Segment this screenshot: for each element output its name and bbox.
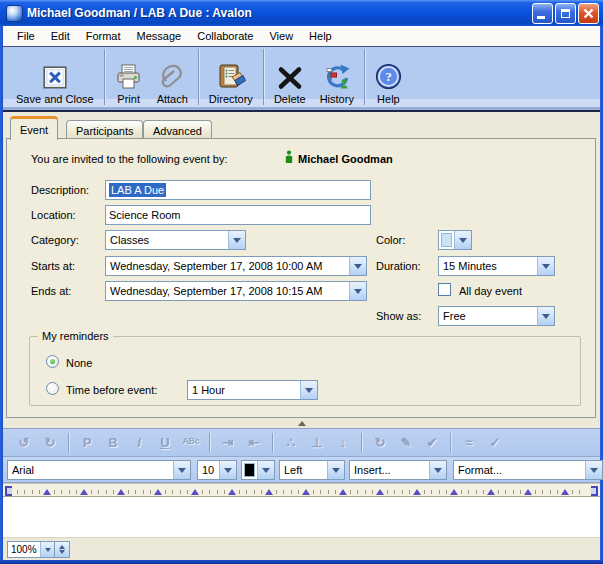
close-button[interactable]	[578, 3, 599, 24]
location-input[interactable]: Science Room	[105, 205, 371, 225]
ruler-tabstop-icon[interactable]	[302, 485, 310, 495]
print-button[interactable]: Print	[108, 49, 150, 105]
duration-dropdown[interactable]: 15 Minutes	[438, 256, 555, 276]
color-label: Color:	[376, 234, 405, 246]
move-down-icon[interactable]: ↓	[330, 435, 356, 450]
category-dropdown[interactable]: Classes	[105, 230, 246, 250]
font-size-dropdown[interactable]: 10	[197, 460, 237, 480]
format-toolbar: ↺ ↻ P B I U ᴬᴮᶜ ⇥ ⇤ ∴ ⊥ ↓ ↻ ✎ ✔ ≈ ✓	[3, 428, 600, 457]
underline-icon[interactable]: U	[152, 435, 178, 450]
tab-event[interactable]: Event	[10, 116, 58, 140]
italic-icon[interactable]: I	[126, 435, 152, 450]
format-dropdown[interactable]: Format...	[453, 460, 603, 480]
chevron-down-icon	[349, 282, 366, 300]
font-color-dropdown[interactable]	[241, 460, 275, 480]
bold-icon[interactable]: B	[100, 435, 126, 450]
alignment-dropdown[interactable]: Left	[279, 460, 345, 480]
menu-view[interactable]: View	[261, 28, 301, 44]
reminder-time-dropdown[interactable]: 1 Hour	[187, 380, 318, 400]
small-caps-icon[interactable]: ᴬᴮᶜ	[178, 435, 204, 450]
window-border-bottom	[0, 560, 603, 564]
maximize-button[interactable]	[555, 3, 576, 24]
tab-advanced[interactable]: Advanced	[143, 120, 212, 140]
alignment-value: Left	[280, 461, 327, 479]
directory-button[interactable]: Directory	[202, 49, 260, 105]
show-as-dropdown[interactable]: Free	[438, 306, 555, 326]
ruler-tabstop-icon[interactable]	[80, 485, 88, 495]
spell-check-icon[interactable]: ✓	[482, 435, 508, 450]
event-form-panel: You are invited to the following event b…	[6, 138, 596, 418]
history-button[interactable]: History	[313, 49, 361, 105]
all-day-checkbox[interactable]	[438, 283, 451, 296]
left-margin-marker[interactable]	[5, 486, 12, 496]
ruler-tabstop-icon[interactable]	[228, 485, 236, 495]
starts-at-label: Starts at:	[31, 260, 75, 272]
menu-bar: File Edit Format Message Collaborate Vie…	[3, 26, 600, 46]
ruler-tabstop-icon[interactable]	[413, 485, 421, 495]
toolbar-separator	[68, 433, 69, 453]
ruler-tabstop-icon[interactable]	[43, 485, 51, 495]
ruler-tabstop-icon[interactable]	[265, 485, 273, 495]
delete-button[interactable]: Delete	[267, 49, 313, 105]
ruler-tabstop-icon[interactable]	[117, 485, 125, 495]
message-body[interactable]	[3, 497, 600, 537]
font-size-value: 10	[198, 461, 219, 479]
find-replace-icon[interactable]: ≈	[456, 435, 482, 450]
reminder-time-radio[interactable]	[46, 382, 59, 395]
ends-at-dropdown[interactable]: Wednesday, September 17, 2008 10:15 AM	[105, 281, 367, 301]
attach-button[interactable]: Attach	[150, 49, 195, 105]
indent-decrease-icon[interactable]: ⇤	[241, 435, 267, 450]
reminder-time-label: Time before event:	[66, 384, 157, 396]
save-and-close-button[interactable]: Save and Close	[9, 49, 101, 105]
starts-at-dropdown[interactable]: Wednesday, September 17, 2008 10:00 AM	[105, 256, 367, 276]
indent-increase-icon[interactable]: ⇥	[215, 435, 241, 450]
ruler-tabstop-icon[interactable]	[561, 485, 569, 495]
spacing-icon[interactable]: ⊥	[304, 435, 330, 450]
pen-icon[interactable]: ✎	[393, 435, 419, 450]
ruler-tabstop-icon[interactable]	[191, 485, 199, 495]
inviter-name: Michael Goodman	[298, 153, 393, 165]
ruler-tabstop-icon[interactable]	[450, 485, 458, 495]
menu-collaborate[interactable]: Collaborate	[189, 28, 261, 44]
menu-edit[interactable]: Edit	[43, 28, 78, 44]
ruler-tabstop-icon[interactable]	[524, 485, 532, 495]
all-day-label: All day event	[459, 285, 522, 297]
redo-icon[interactable]: ↻	[37, 435, 63, 450]
show-as-label: Show as:	[376, 310, 421, 322]
ruler-tabstop-icon[interactable]	[376, 485, 384, 495]
history-icon	[322, 60, 352, 90]
location-label: Location:	[31, 209, 76, 221]
directory-icon	[216, 60, 246, 90]
chevron-down-icon	[257, 461, 274, 479]
insert-dropdown[interactable]: Insert...	[349, 460, 447, 480]
chevron-down-icon	[228, 231, 245, 249]
menu-help[interactable]: Help	[301, 28, 340, 44]
undo-icon[interactable]: ↺	[11, 435, 37, 450]
ruler-tabstop-icon[interactable]	[487, 485, 495, 495]
tab-participants[interactable]: Participants	[66, 120, 143, 140]
right-margin-marker[interactable]	[591, 486, 598, 496]
list-style-icon[interactable]: ∴	[278, 435, 304, 450]
approve-icon[interactable]: ✔	[419, 435, 445, 450]
color-dropdown[interactable]	[438, 230, 472, 250]
menu-file[interactable]: File	[9, 28, 43, 44]
zoom-dropdown[interactable]: 100%	[7, 541, 55, 558]
font-family-dropdown[interactable]: Arial	[7, 460, 191, 480]
help-button[interactable]: ? Help	[368, 49, 409, 105]
menu-message[interactable]: Message	[129, 28, 190, 44]
revert-icon[interactable]: ↻	[367, 435, 393, 450]
reminder-none-radio[interactable]	[46, 355, 59, 368]
ruler-tabstop-icon[interactable]	[154, 485, 162, 495]
chevron-down-icon	[173, 461, 190, 479]
toolbar-separator	[361, 433, 362, 453]
menu-format[interactable]: Format	[78, 28, 129, 44]
minimize-button[interactable]	[532, 3, 553, 24]
font-color-swatch	[244, 463, 255, 477]
ruler-tabstop-icon[interactable]	[339, 485, 347, 495]
ends-at-value: Wednesday, September 17, 2008 10:15 AM	[106, 282, 349, 300]
paragraph-icon[interactable]: P	[74, 435, 100, 450]
close-icon	[583, 8, 594, 19]
zoom-spinner[interactable]	[55, 541, 70, 558]
description-input[interactable]: LAB A Due	[105, 180, 371, 200]
event-window: Michael Goodman / LAB A Due : Avalon Fil…	[0, 0, 603, 564]
